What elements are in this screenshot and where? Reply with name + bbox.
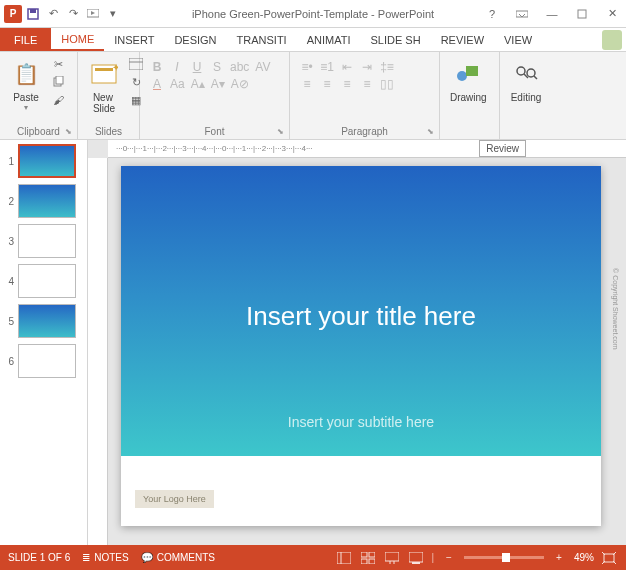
thumbnail-4[interactable]: 4 <box>4 264 83 298</box>
align-center-button[interactable]: ≡ <box>320 77 334 91</box>
bold-button[interactable]: B <box>150 60 164 74</box>
strike-button[interactable]: S <box>210 60 224 74</box>
tab-transitions[interactable]: TRANSITI <box>227 28 297 51</box>
shadow-button[interactable]: abc <box>230 60 249 74</box>
paragraph-launcher[interactable]: ⬊ <box>427 127 437 137</box>
copy-icon[interactable] <box>50 74 66 90</box>
new-slide-icon: ✦ <box>88 58 120 90</box>
underline-button[interactable]: U <box>190 60 204 74</box>
grow-font-button[interactable]: A▴ <box>191 77 205 91</box>
shrink-font-button[interactable]: A▾ <box>211 77 225 91</box>
file-tab[interactable]: FILE <box>0 28 51 51</box>
qat-dropdown-icon[interactable]: ▾ <box>104 5 122 23</box>
save-icon[interactable] <box>24 5 42 23</box>
logo-placeholder[interactable]: Your Logo Here <box>135 490 214 508</box>
group-slides: ✦ New Slide ↻ ▦ Slides <box>78 52 140 139</box>
svg-point-16 <box>527 69 535 77</box>
undo-icon[interactable]: ↶ <box>44 5 62 23</box>
svg-rect-6 <box>56 76 63 84</box>
help-icon[interactable]: ? <box>478 2 506 26</box>
svg-point-14 <box>517 67 525 75</box>
justify-button[interactable]: ≡ <box>360 77 374 91</box>
cut-icon[interactable]: ✂ <box>50 56 66 72</box>
thumbnail-2[interactable]: 2 <box>4 184 83 218</box>
status-bar: SLIDE 1 OF 6 ≣NOTES 💬COMMENTS | − + 49% <box>0 545 626 570</box>
zoom-slider[interactable] <box>464 556 544 559</box>
copyright-text: © Copyright Showeet.com <box>612 268 619 349</box>
svg-rect-8 <box>95 68 113 71</box>
new-slide-button[interactable]: ✦ New Slide <box>84 56 124 116</box>
tab-review[interactable]: REVIEW <box>431 28 494 51</box>
tab-home[interactable]: HOME <box>51 28 104 51</box>
group-clipboard: 📋 Paste ▾ ✂ 🖌 Clipboard ⬊ <box>0 52 78 139</box>
format-painter-icon[interactable]: 🖌 <box>50 92 66 108</box>
clipboard-launcher[interactable]: ⬊ <box>65 127 75 137</box>
zoom-out-button[interactable]: − <box>440 550 458 566</box>
bullets-button[interactable]: ≡• <box>300 60 314 74</box>
tab-insert[interactable]: INSERT <box>104 28 164 51</box>
numbering-button[interactable]: ≡1 <box>320 60 334 74</box>
svg-rect-21 <box>369 552 375 557</box>
font-launcher[interactable]: ⬊ <box>277 127 287 137</box>
tooltip: Review <box>479 140 526 157</box>
ribbon-options-icon[interactable] <box>508 2 536 26</box>
title-placeholder[interactable]: Insert your title here <box>121 301 601 332</box>
change-case-button[interactable]: Aa <box>170 77 185 91</box>
minimize-icon[interactable]: — <box>538 2 566 26</box>
slide-counter[interactable]: SLIDE 1 OF 6 <box>8 552 70 563</box>
indent-dec-button[interactable]: ⇤ <box>340 60 354 74</box>
svg-rect-28 <box>412 562 420 564</box>
tab-animations[interactable]: ANIMATI <box>297 28 361 51</box>
thumbnail-6[interactable]: 6 <box>4 344 83 378</box>
font-color-button[interactable]: A <box>150 77 164 91</box>
maximize-icon[interactable] <box>568 2 596 26</box>
drawing-button[interactable]: Drawing <box>446 56 491 105</box>
svg-text:✦: ✦ <box>112 63 118 73</box>
window-controls: ? — ✕ <box>478 2 626 26</box>
notes-icon: ≣ <box>82 552 90 563</box>
title-bar: P ↶ ↷ ▾ iPhone Green-PowerPoint-Template… <box>0 0 626 28</box>
tab-view[interactable]: VIEW <box>494 28 542 51</box>
italic-button[interactable]: I <box>170 60 184 74</box>
zoom-level[interactable]: 49% <box>574 552 594 563</box>
user-badge[interactable] <box>602 30 622 50</box>
ribbon-tabs: FILE HOME INSERT DESIGN TRANSITI ANIMATI… <box>0 28 626 52</box>
ribbon: 📋 Paste ▾ ✂ 🖌 Clipboard ⬊ ✦ New Slide ↻ … <box>0 52 626 140</box>
thumbnail-3[interactable]: 3 <box>4 224 83 258</box>
tab-design[interactable]: DESIGN <box>164 28 226 51</box>
subtitle-placeholder[interactable]: Insert your subtitle here <box>121 414 601 430</box>
svg-line-17 <box>534 76 537 79</box>
editing-button[interactable]: Editing <box>506 56 546 105</box>
vertical-ruler[interactable] <box>88 158 108 545</box>
group-drawing: Drawing <box>440 52 500 139</box>
reading-view-icon[interactable] <box>383 550 401 566</box>
thumbnail-5[interactable]: 5 <box>4 304 83 338</box>
comments-button[interactable]: 💬COMMENTS <box>141 552 215 563</box>
close-icon[interactable]: ✕ <box>598 2 626 26</box>
redo-icon[interactable]: ↷ <box>64 5 82 23</box>
zoom-in-button[interactable]: + <box>550 550 568 566</box>
svg-rect-22 <box>361 559 367 564</box>
normal-view-icon[interactable] <box>335 550 353 566</box>
slideshow-view-icon[interactable] <box>407 550 425 566</box>
columns-button[interactable]: ▯▯ <box>380 77 394 91</box>
paste-button[interactable]: 📋 Paste ▾ <box>6 56 46 114</box>
indent-inc-button[interactable]: ⇥ <box>360 60 374 74</box>
sorter-view-icon[interactable] <box>359 550 377 566</box>
align-left-button[interactable]: ≡ <box>300 77 314 91</box>
spacing-button[interactable]: AV <box>255 60 270 74</box>
tab-slideshow[interactable]: SLIDE SH <box>360 28 430 51</box>
clear-format-button[interactable]: A⊘ <box>231 77 249 91</box>
start-show-icon[interactable] <box>84 5 102 23</box>
work-area: 1 2 3 4 5 6 ···0···|···1···|···2···|···3… <box>0 140 626 545</box>
drawing-icon <box>452 58 484 90</box>
align-right-button[interactable]: ≡ <box>340 77 354 91</box>
svg-rect-4 <box>578 10 586 18</box>
svg-rect-13 <box>466 66 478 76</box>
notes-button[interactable]: ≣NOTES <box>82 552 128 563</box>
horizontal-ruler[interactable]: ···0···|···1···|···2···|···3···|···4···|… <box>108 140 626 158</box>
thumbnail-1[interactable]: 1 <box>4 144 83 178</box>
slide-canvas[interactable]: Insert your title here Insert your subti… <box>121 166 601 526</box>
fit-window-icon[interactable] <box>600 550 618 566</box>
line-spacing-button[interactable]: ‡≡ <box>380 60 394 74</box>
